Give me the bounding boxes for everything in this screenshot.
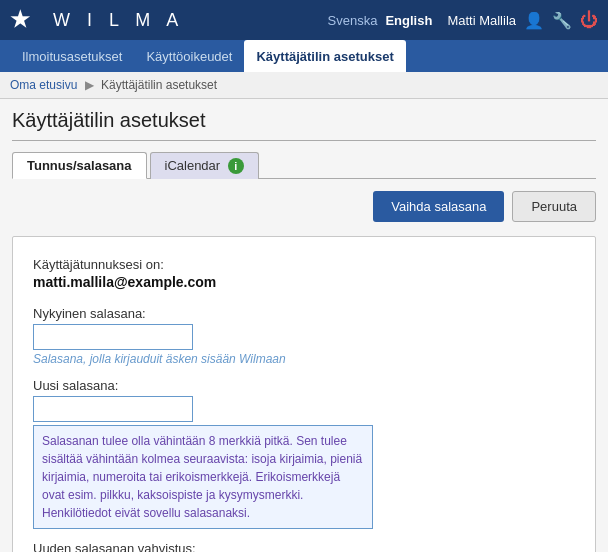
user-profile-icon[interactable]: 👤 xyxy=(524,11,544,30)
username-heading: Käyttäjätunnuksesi on: xyxy=(33,257,575,272)
star-icon: ★ xyxy=(10,7,30,33)
wilma-title: W I L M A xyxy=(53,10,184,31)
username-value: matti.mallila@example.com xyxy=(33,274,575,290)
action-bar: Vaihda salasana Peruuta xyxy=(12,191,596,222)
top-bar: ★ W I L M A Svenska English Matti Mallil… xyxy=(0,0,608,40)
current-password-hint: Salasana, jolla kirjauduit äsken sisään … xyxy=(33,352,575,366)
breadcrumb-home[interactable]: Oma etusivu xyxy=(10,78,77,92)
breadcrumb-separator: ▶ xyxy=(85,78,94,92)
logout-icon[interactable]: ⏻ xyxy=(580,10,598,31)
current-password-input[interactable] xyxy=(33,324,193,350)
user-area: Matti Mallila 👤 🔧 ⏻ xyxy=(447,10,598,31)
new-password-label: Uusi salasana: xyxy=(33,378,575,393)
logo: ★ xyxy=(10,7,38,33)
cancel-button[interactable]: Peruuta xyxy=(512,191,596,222)
confirm-password-group: Uuden salasanan vahvistus: Kirjoita uusi… xyxy=(33,541,575,552)
language-switcher: Svenska English xyxy=(328,13,433,28)
tab-tunnus-label: Tunnus/salasana xyxy=(27,158,132,173)
confirm-password-label: Uuden salasanan vahvistus: xyxy=(33,541,575,552)
settings-icon[interactable]: 🔧 xyxy=(552,11,572,30)
save-password-button[interactable]: Vaihda salasana xyxy=(373,191,504,222)
tab-icalendar[interactable]: iCalendar i xyxy=(150,152,259,179)
swedish-lang-link[interactable]: Svenska xyxy=(328,13,378,28)
tab-tunnus[interactable]: Tunnus/salasana xyxy=(12,152,147,179)
secondary-nav: Ilmoitusasetukset Käyttöoikeudet Käyttäj… xyxy=(0,40,608,72)
breadcrumb-current: Käyttäjätilin asetukset xyxy=(101,78,217,92)
english-lang-link[interactable]: English xyxy=(385,13,432,28)
breadcrumb: Oma etusivu ▶ Käyttäjätilin asetukset xyxy=(0,72,608,99)
new-password-hint: Salasanan tulee olla vähintään 8 merkkiä… xyxy=(33,425,373,529)
nav-kayttajatilin-asetukset[interactable]: Käyttäjätilin asetukset xyxy=(244,40,405,72)
current-password-group: Nykyinen salasana: Salasana, jolla kirja… xyxy=(33,306,575,366)
page-divider xyxy=(12,140,596,141)
nav-kayttooikeudet[interactable]: Käyttöoikeudet xyxy=(134,40,244,72)
page-content: Käyttäjätilin asetukset Tunnus/salasana … xyxy=(0,99,608,552)
username-label: Matti Mallila xyxy=(447,13,516,28)
new-password-input[interactable] xyxy=(33,396,193,422)
tab-icalendar-label: iCalendar xyxy=(165,158,221,173)
form-card: Käyttäjätunnuksesi on: matti.mallila@exa… xyxy=(12,236,596,552)
tabs: Tunnus/salasana iCalendar i xyxy=(12,151,596,179)
current-password-label: Nykyinen salasana: xyxy=(33,306,575,321)
icalendar-info-icon: i xyxy=(228,158,244,174)
new-password-group: Uusi salasana: Salasanan tulee olla vähi… xyxy=(33,378,575,529)
page-title: Käyttäjätilin asetukset xyxy=(12,109,596,132)
nav-ilmoitusasetukset[interactable]: Ilmoitusasetukset xyxy=(10,40,134,72)
